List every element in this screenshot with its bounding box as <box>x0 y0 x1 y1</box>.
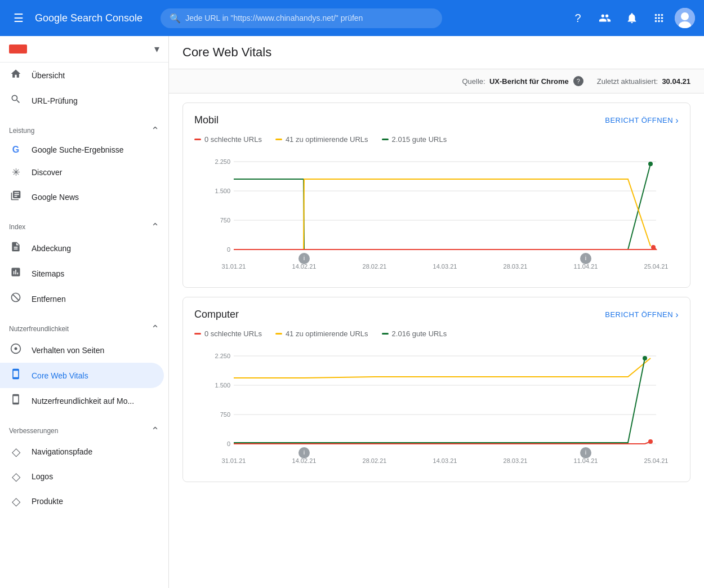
computer-legend-bad-label: 0 schlechte URLs <box>204 329 262 338</box>
leistung-chevron-icon: ⌃ <box>151 124 159 137</box>
sidebar-item-discover[interactable]: ✳ Discover <box>0 161 164 184</box>
news-icon <box>9 190 23 204</box>
search-bar: 🔍 <box>161 8 442 28</box>
index-section-title: Index <box>9 223 25 231</box>
page-title: Core Web Vitals <box>182 45 690 60</box>
sidebar-item-entfernen-label: Entfernen <box>32 295 66 304</box>
leistung-section-title: Leistung <box>9 127 34 135</box>
logos-icon: ◇ <box>9 470 23 483</box>
sidebar-item-produkte[interactable]: ◇ Produkte <box>0 489 164 514</box>
nutzerfreundlichkeit-section: Nutzerfreundlichkeit ⌃ Verhalten von Sei… <box>0 311 168 413</box>
mobil-orange-line <box>234 179 650 250</box>
svg-text:31.01.21: 31.01.21 <box>222 263 246 270</box>
svg-point-4 <box>15 348 17 350</box>
svg-text:28.02.21: 28.02.21 <box>363 263 387 270</box>
sidebar-item-google-news[interactable]: Google News <box>0 184 164 210</box>
computer-chart-legend: 0 schlechte URLs 41 zu optimierende URLs… <box>194 329 679 338</box>
account-icon[interactable] <box>594 7 616 29</box>
mobil-chart-legend: 0 schlechte URLs 41 zu optimierende URLs… <box>194 135 679 144</box>
home-icon <box>9 68 23 82</box>
page-header: Core Web Vitals <box>169 36 704 69</box>
svg-text:750: 750 <box>220 217 230 224</box>
sidebar-item-logos-label: Logos <box>32 472 53 481</box>
layout: ▾ Übersicht URL-Prüfung Leistung ⌃ G Goo… <box>0 36 704 588</box>
produkte-icon: ◇ <box>9 495 23 508</box>
content-area: Quelle: UX-Bericht für Chrome ? Zuletzt … <box>169 69 704 482</box>
mobil-open-report-button[interactable]: BERICHT ÖFFNEN › <box>605 115 679 126</box>
computer-legend-bad: 0 schlechte URLs <box>194 329 262 338</box>
svg-text:0: 0 <box>227 440 230 447</box>
help-icon[interactable]: ? <box>567 7 589 29</box>
nav-icons: ? <box>567 7 695 29</box>
ok-dot <box>275 139 282 140</box>
computer-chart-title: Computer <box>194 309 239 320</box>
nutzerfreundlichkeit-section-header[interactable]: Nutzerfreundlichkeit ⌃ <box>0 320 168 337</box>
index-chevron-icon: ⌃ <box>151 221 159 233</box>
svg-text:750: 750 <box>220 411 230 418</box>
app-title: Google Search Console <box>35 12 142 24</box>
verhalten-icon <box>9 343 23 357</box>
sidebar-item-google-suche-label: Google Suche-Ergebnisse <box>32 145 123 154</box>
chevron-right-icon: › <box>675 115 679 126</box>
sitemaps-icon <box>9 266 23 280</box>
bad-dot-2 <box>194 333 201 335</box>
leistung-section-header[interactable]: Leistung ⌃ <box>0 122 168 139</box>
svg-text:i: i <box>585 255 586 261</box>
mobil-chart-title: Mobil <box>194 114 219 126</box>
svg-text:28.02.21: 28.02.21 <box>363 457 387 464</box>
property-selector[interactable]: ▾ <box>0 36 168 63</box>
good-dot <box>382 139 389 140</box>
notifications-icon[interactable] <box>621 7 643 29</box>
sidebar-item-entfernen[interactable]: Entfernen <box>0 286 164 311</box>
mobile-icon <box>9 394 23 408</box>
discover-icon: ✳ <box>9 166 23 179</box>
mobil-green-line <box>234 164 650 250</box>
verbesserungen-section-title: Verbesserungen <box>9 427 58 435</box>
mobil-red-line <box>234 246 656 250</box>
sidebar-item-navigationspfade[interactable]: ◇ Navigationspfade <box>0 439 164 464</box>
verbesserungen-section-header[interactable]: Verbesserungen ⌃ <box>0 422 168 439</box>
top-nav: ☰ Google Search Console 🔍 ? <box>0 0 704 36</box>
svg-text:i: i <box>585 449 586 456</box>
sidebar-item-sitemaps[interactable]: Sitemaps <box>0 261 164 286</box>
svg-text:25.04.21: 25.04.21 <box>644 457 669 464</box>
sidebar-item-abdeckung[interactable]: Abdeckung <box>0 235 164 261</box>
computer-legend-good-label: 2.016 gute URLs <box>392 329 447 338</box>
sidebar-item-core-web-vitals-label: Core Web Vitals <box>32 371 88 380</box>
chevron-right-icon-2: › <box>675 310 679 320</box>
hamburger-icon[interactable]: ☰ <box>9 7 28 29</box>
computer-chart-header: Computer BERICHT ÖFFNEN › <box>194 309 679 320</box>
good-dot-2 <box>382 333 389 335</box>
property-dropdown-icon[interactable]: ▾ <box>154 43 159 55</box>
mobil-chart-card: Mobil BERICHT ÖFFNEN › 0 schlechte URLs … <box>182 103 690 288</box>
computer-chart-svg-container: 2.250 1.500 750 0 <box>194 345 679 470</box>
svg-text:2.250: 2.250 <box>215 353 230 359</box>
sidebar-item-logos[interactable]: ◇ Logos <box>0 464 164 489</box>
mobil-legend-bad: 0 schlechte URLs <box>194 135 262 144</box>
sidebar-item-core-web-vitals[interactable]: Core Web Vitals <box>0 363 164 388</box>
bad-dot <box>194 139 201 140</box>
nutzerfreundlichkeit-section-title: Nutzerfreundlichkeit <box>9 325 69 333</box>
mobil-legend-good-label: 2.015 gute URLs <box>392 135 447 144</box>
main-content: Core Web Vitals Quelle: UX-Bericht für C… <box>169 36 704 588</box>
verbesserungen-chevron-icon: ⌃ <box>151 425 159 437</box>
sidebar-item-uebersicht-label: Übersicht <box>32 71 65 80</box>
entfernen-icon <box>9 292 23 306</box>
index-section-header[interactable]: Index ⌃ <box>0 219 168 235</box>
sidebar-item-nutzerfreundlichkeit-mo[interactable]: Nutzerfreundlichkeit auf Mo... <box>0 388 164 413</box>
avatar[interactable] <box>675 8 695 28</box>
computer-open-report-button[interactable]: BERICHT ÖFFNEN › <box>605 310 679 320</box>
help-circle-icon[interactable]: ? <box>573 76 583 86</box>
search-input[interactable] <box>185 14 433 23</box>
computer-red-end-dot <box>648 439 653 444</box>
mobil-red-end-dot <box>651 245 656 250</box>
svg-text:28.03.21: 28.03.21 <box>504 457 528 464</box>
sidebar-item-verhalten[interactable]: Verhalten von Seiten <box>0 337 164 363</box>
sidebar-item-google-suche[interactable]: G Google Suche-Ergebnisse <box>0 139 164 161</box>
svg-text:0: 0 <box>227 246 230 253</box>
sidebar-item-produkte-label: Produkte <box>32 497 63 506</box>
mobil-legend-ok-label: 41 zu optimierende URLs <box>286 135 368 144</box>
sidebar-item-url-pruefung[interactable]: URL-Prüfung <box>0 88 164 113</box>
sidebar-item-uebersicht[interactable]: Übersicht <box>0 63 164 88</box>
apps-icon[interactable] <box>648 7 670 29</box>
